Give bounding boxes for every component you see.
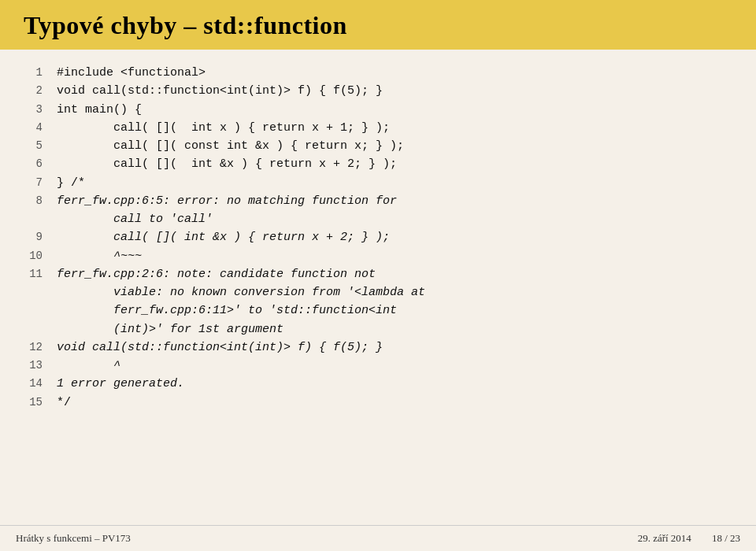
code-line-5: 5 call( []( const int &x ) { return x; }… [24,137,732,155]
line-number-7: 7 [24,174,43,192]
code-line-8: 8 ferr_fw.cpp:6:5: error: no matching fu… [24,192,732,210]
line-number-1: 1 [24,64,43,82]
slide-header: Typové chyby – std::function [0,0,756,50]
line-content-1: #include <functional> [57,64,732,82]
code-line-2: 2 void call(std::function<int(int)> f) {… [24,82,732,100]
code-line-15: 15 */ [24,394,732,412]
line-content-11: ferr_fw.cpp:2:6: note: candidate functio… [57,265,732,283]
line-number-11: 11 [24,265,43,283]
line-content-15: */ [57,394,732,412]
code-line-12: 12 void call(std::function<int(int)> f) … [24,338,732,357]
code-line-13: 13 ^ [24,357,732,375]
line-number-6: 6 [24,155,43,173]
slide-title: Typové chyby – std::function [24,11,732,40]
code-line-6: 6 call( []( int &x ) { return x + 2; } )… [24,155,732,173]
line-content-8cont: call to 'call' [57,210,732,228]
line-content-2: void call(std::function<int(int)> f) { f… [57,82,732,100]
code-line-11: 11 ferr_fw.cpp:2:6: note: candidate func… [24,265,732,283]
code-line-11c: ferr_fw.cpp:6:11>' to 'std::function<int [24,301,732,320]
code-line-8cont: call to 'call' [24,210,732,228]
code-line-7: 7 } /* [24,174,732,192]
footer-course: Hrátky s funkcemi – PV173 [16,532,131,545]
line-number-4: 4 [24,119,43,137]
line-number-14: 14 [24,375,43,393]
slide: Typové chyby – std::function 1 #include … [0,0,756,551]
code-line-3: 3 int main() { [24,101,732,119]
line-content-7: } /* [57,174,732,192]
line-content-6: call( []( int &x ) { return x + 2; } ); [57,155,732,173]
line-content-8: ferr_fw.cpp:6:5: error: no matching func… [57,192,732,210]
line-content-9: call( []( int &x ) { return x + 2; } ); [57,228,732,246]
line-number-10: 10 [24,247,43,265]
line-content-11b: viable: no known conversion from '<lambd… [57,283,732,301]
code-line-14: 14 1 error generated. [24,375,732,393]
line-number-11d [24,320,43,321]
line-number-11b [24,283,43,284]
line-content-10: ^~~~ [57,247,732,265]
line-content-4: call( []( int x ) { return x + 1; } ); [57,119,732,137]
line-number-11c [24,301,43,302]
line-number-2: 2 [24,82,43,100]
line-number-13: 13 [24,357,43,375]
line-number-5: 5 [24,137,43,155]
line-content-12: void call(std::function<int(int)> f) { f… [57,338,732,357]
line-number-3: 3 [24,101,43,119]
line-content-5: call( []( const int &x ) { return x; } )… [57,137,732,155]
footer-page: 18 / 23 [712,532,740,544]
code-line-9: 9 call( []( int &x ) { return x + 2; } )… [24,228,732,246]
line-content-13: ^ [57,357,732,375]
slide-footer: Hrátky s funkcemi – PV173 29. září 2014 … [0,525,756,551]
line-number-15: 15 [24,394,43,412]
line-content-11c: ferr_fw.cpp:6:11>' to 'std::function<int [57,301,732,320]
code-block: 1 #include <functional> 2 void call(std:… [24,64,732,412]
line-content-3: int main() { [57,101,732,119]
line-number-9: 9 [24,228,43,246]
code-line-11d: (int)>' for 1st argument [24,320,732,338]
slide-content: 1 #include <functional> 2 void call(std:… [0,50,756,525]
footer-info: 29. září 2014 18 / 23 [638,532,740,545]
code-line-11b: viable: no known conversion from '<lambd… [24,283,732,301]
code-line-4: 4 call( []( int x ) { return x + 1; } ); [24,119,732,137]
code-line-10: 10 ^~~~ [24,247,732,265]
code-line-1: 1 #include <functional> [24,64,732,82]
footer-date: 29. září 2014 [638,532,691,544]
line-number-8: 8 [24,192,43,210]
line-number-12: 12 [24,338,43,357]
line-content-14: 1 error generated. [57,375,732,393]
line-number-8cont [24,210,43,211]
line-content-11d: (int)>' for 1st argument [57,320,732,338]
